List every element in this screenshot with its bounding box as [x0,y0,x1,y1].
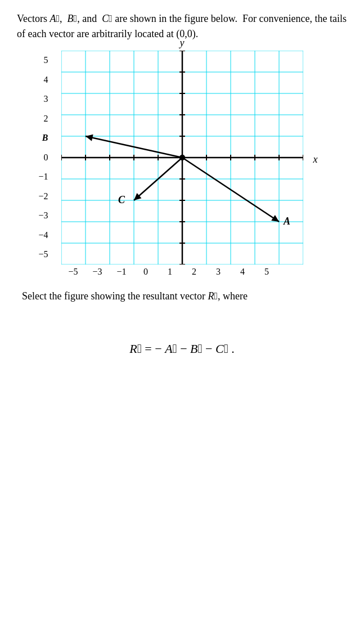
x-label-0: 0 [134,267,158,277]
y-axis-label: y [180,37,185,49]
y-label-neg4: −4 [39,226,48,245]
x-label-4: 4 [231,267,255,277]
y-label-neg1: −1 [39,167,48,187]
equation: R⃗ = − A⃗ − B⃗ − C⃗ . [17,338,347,356]
y-label-0: 0 [39,148,48,168]
x-label-neg3: −3 [86,267,110,277]
graph-section: y x 5 4 3 2 B 0 −1 −2 −3 −4 −5 −5 −3 −1 … [17,51,347,277]
x-label-1: 1 [158,267,182,277]
y-label-neg3: −3 [39,206,48,226]
x-label-2: 2 [182,267,206,277]
coordinate-graph [61,51,303,265]
y-label-neg5: −5 [39,245,48,265]
x-axis-label: x [313,154,318,165]
x-labels-row: −5 −3 −1 0 1 2 3 4 5 [61,267,303,277]
x-label-3: 3 [206,267,231,277]
y-label-2: 2 [39,109,48,129]
x-label-neg5: −5 [61,267,86,277]
y-label-B: B [39,128,48,148]
y-label-5: 5 [39,51,48,70]
y-label-3: 3 [39,89,48,109]
select-text: Select the figure showing the resultant … [17,285,347,304]
y-label-4: 4 [39,70,48,90]
x-label-5: 5 [255,267,279,277]
y-label-neg2: −2 [39,187,48,207]
x-label-neg1: −1 [110,267,134,277]
